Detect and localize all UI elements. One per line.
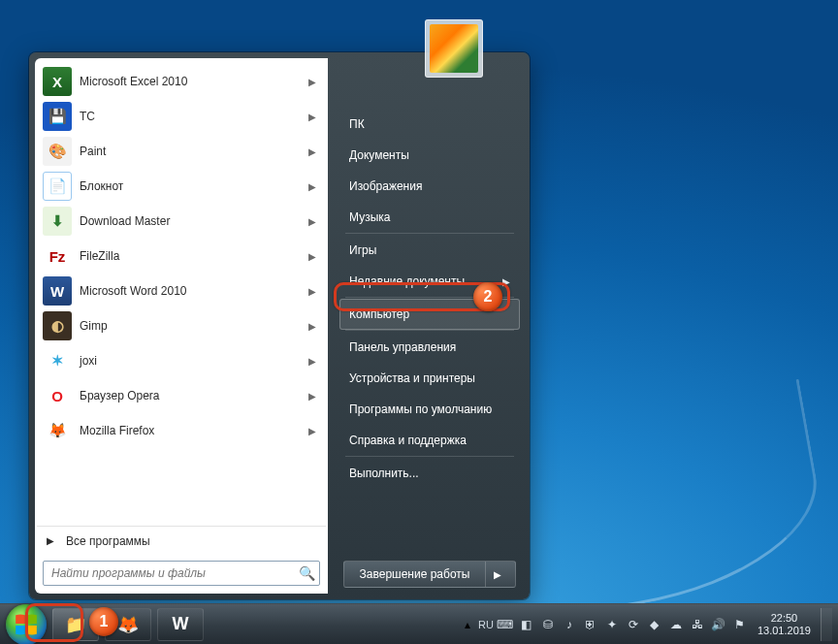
start-menu-left-pane: XMicrosoft Excel 2010▶💾TC▶🎨Paint▶📄Блокно… xyxy=(35,58,328,594)
program-label: Блокнот xyxy=(80,179,308,193)
places-item-8[interactable]: Устройства и принтеры xyxy=(339,363,520,394)
program-item-excel[interactable]: XMicrosoft Excel 2010▶ xyxy=(37,64,326,99)
shutdown-label: Завершение работы xyxy=(350,567,486,581)
taskbar-word-button[interactable]: W xyxy=(157,608,204,641)
explorer-icon: 📁 xyxy=(65,614,86,635)
shutdown-button[interactable]: Завершение работы ▶ xyxy=(343,561,516,588)
tool-icon[interactable]: ✦ xyxy=(604,617,620,632)
program-item-paint[interactable]: 🎨Paint▶ xyxy=(37,134,326,169)
places-item-9[interactable]: Программы по умолчанию xyxy=(339,394,520,425)
program-item-gimp[interactable]: ◐Gimp▶ xyxy=(37,308,326,343)
flag-icon[interactable]: ⚑ xyxy=(732,617,748,632)
program-label: Download Master xyxy=(80,214,308,228)
tray-expand-icon[interactable]: ▴ xyxy=(465,618,474,631)
submenu-arrow-icon: ▶ xyxy=(308,146,316,157)
program-item-word[interactable]: WMicrosoft Word 2010▶ xyxy=(37,274,326,308)
program-item-download-master[interactable]: ⬇Download Master▶ xyxy=(37,204,326,239)
shutdown-options-arrow[interactable]: ▶ xyxy=(486,569,509,580)
places-label: Компьютер xyxy=(349,307,409,321)
submenu-arrow-icon: ▶ xyxy=(308,426,316,436)
places-label: ПК xyxy=(349,117,365,131)
submenu-arrow-icon: ▶ xyxy=(308,391,316,402)
program-label: Microsoft Excel 2010 xyxy=(80,75,308,88)
places-item-7[interactable]: Панель управления xyxy=(339,332,520,363)
places-label: Выполнить... xyxy=(349,467,419,480)
all-programs-button[interactable]: ▶ Все программы xyxy=(37,526,326,555)
drive-icon[interactable]: ⛁ xyxy=(540,617,556,632)
opera-icon: O xyxy=(43,381,72,410)
triangle-right-icon: ▶ xyxy=(47,535,54,546)
places-item-1[interactable]: Документы xyxy=(339,140,520,171)
places-label: Справка и поддержка xyxy=(349,434,467,447)
recent-programs-list: XMicrosoft Excel 2010▶💾TC▶🎨Paint▶📄Блокно… xyxy=(37,64,326,522)
program-label: TC xyxy=(80,110,308,123)
places-item-3[interactable]: Музыка xyxy=(339,202,520,233)
update-icon[interactable]: ⟳ xyxy=(626,617,641,632)
places-label: Панель управления xyxy=(349,340,456,354)
places-item-11[interactable]: Выполнить... xyxy=(339,458,520,489)
program-item-joxi[interactable]: ✶joxi▶ xyxy=(37,343,326,378)
submenu-arrow-icon: ▶ xyxy=(308,356,316,367)
gimp-icon: ◐ xyxy=(43,311,72,340)
shield-icon[interactable]: ⛨ xyxy=(583,617,598,632)
joxi-icon: ✶ xyxy=(43,346,72,375)
clock-date: 13.01.2019 xyxy=(757,625,811,637)
search-icon[interactable]: 🔍 xyxy=(294,565,319,581)
program-item-tc[interactable]: 💾TC▶ xyxy=(37,99,326,134)
language-indicator[interactable]: RU xyxy=(474,619,498,630)
app2-icon[interactable]: ◆ xyxy=(647,617,662,632)
submenu-arrow-icon: ▶ xyxy=(308,286,316,297)
program-item-firefox[interactable]: 🦊Mozilla Firefox▶ xyxy=(37,413,326,448)
system-tray: ⌨◧⛁♪⛨✦⟳◆☁🖧🔊⚑ xyxy=(498,617,752,632)
app1-icon[interactable]: ◧ xyxy=(519,617,534,632)
places-item-10[interactable]: Справка и поддержка xyxy=(339,425,520,456)
submenu-arrow-icon: ▶ xyxy=(308,112,316,122)
clock-time: 22:50 xyxy=(757,612,811,625)
program-label: Браузер Opera xyxy=(80,389,308,402)
program-label: Paint xyxy=(80,145,308,158)
program-label: Microsoft Word 2010 xyxy=(80,284,308,298)
submenu-arrow-icon: ▶ xyxy=(308,77,316,87)
cloud-icon[interactable]: ☁ xyxy=(668,617,684,632)
start-search-box[interactable]: 🔍 xyxy=(43,561,320,586)
word-icon: W xyxy=(43,276,72,306)
taskbar-clock[interactable]: 22:50 13.01.2019 xyxy=(752,612,817,637)
submenu-arrow-icon: ▶ xyxy=(308,181,316,192)
places-item-0[interactable]: ПК xyxy=(339,109,520,140)
audio-icon[interactable]: ♪ xyxy=(562,617,577,632)
network-icon[interactable]: 🖧 xyxy=(690,617,705,632)
submenu-arrow-icon: ▶ xyxy=(502,276,510,287)
search-input[interactable] xyxy=(44,566,294,580)
places-label: Изображения xyxy=(349,179,422,193)
program-label: joxi xyxy=(80,354,308,368)
places-label: Устройства и принтеры xyxy=(349,371,475,385)
volume-icon[interactable]: 🔊 xyxy=(711,617,726,632)
taskbar: 📁🦊W ▴ RU ⌨◧⛁♪⛨✦⟳◆☁🖧🔊⚑ 22:50 13.01.2019 xyxy=(0,603,838,644)
places-item-4[interactable]: Игры xyxy=(339,235,520,266)
excel-icon: X xyxy=(43,67,72,96)
notepad-icon: 📄 xyxy=(43,172,72,201)
submenu-arrow-icon: ▶ xyxy=(308,216,316,227)
program-item-opera[interactable]: OБраузер Opera▶ xyxy=(37,378,326,413)
program-item-notepad[interactable]: 📄Блокнот▶ xyxy=(37,169,326,204)
start-menu-right-pane: ПКДокументыИзображенияМузыкаИгрыНедавние… xyxy=(328,52,530,599)
taskbar-firefox-button[interactable]: 🦊 xyxy=(105,608,151,641)
word-icon: W xyxy=(173,614,189,634)
keyboard-icon[interactable]: ⌨ xyxy=(498,617,513,632)
submenu-arrow-icon: ▶ xyxy=(308,321,316,332)
filezilla-icon: Fz xyxy=(43,242,72,271)
program-item-filezilla[interactable]: FzFileZilla▶ xyxy=(37,239,326,274)
all-programs-label: Все программы xyxy=(66,534,150,548)
start-button[interactable] xyxy=(6,604,47,645)
user-picture[interactable] xyxy=(425,19,483,78)
start-menu: XMicrosoft Excel 2010▶💾TC▶🎨Paint▶📄Блокно… xyxy=(29,52,530,599)
places-item-6[interactable]: Компьютер xyxy=(339,299,520,330)
tc-icon: 💾 xyxy=(43,102,72,131)
download-master-icon: ⬇ xyxy=(43,207,72,236)
show-desktop-button[interactable] xyxy=(821,608,832,641)
places-label: Игры xyxy=(349,243,376,257)
firefox-icon: 🦊 xyxy=(117,614,139,635)
taskbar-explorer-button[interactable]: 📁 xyxy=(52,608,99,641)
places-item-5[interactable]: Недавние документы▶ xyxy=(339,266,520,297)
places-item-2[interactable]: Изображения xyxy=(339,171,520,202)
